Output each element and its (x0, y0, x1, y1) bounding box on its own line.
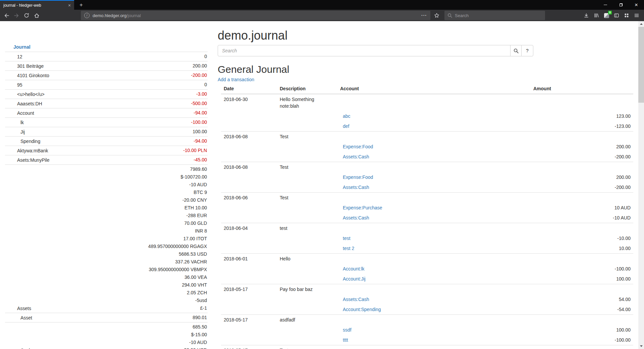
posting-account-cell: Assets:Cash (337, 213, 531, 223)
journal-table-header-row: Date Description Account Amount (221, 84, 633, 94)
search-help-button[interactable]: ? (521, 45, 533, 56)
sidebar-account-link[interactable]: Spending (17, 138, 40, 145)
posting-account-link[interactable]: Expense:Purchase (340, 205, 382, 210)
posting-account-link[interactable]: Assets:Cash (340, 185, 369, 190)
scrollbar-up-arrow[interactable] (638, 21, 644, 27)
sidebar-account-link[interactable]: Assets (17, 305, 31, 312)
balance-amount: 0 (204, 81, 207, 89)
sidebar-account-link[interactable]: Asset (17, 314, 32, 321)
posting-account-link[interactable]: tttt (340, 337, 348, 343)
site-info-icon[interactable]: i (84, 13, 90, 18)
empty-cell (221, 182, 277, 193)
tab-close-icon[interactable]: × (67, 3, 72, 8)
empty-cell (531, 315, 633, 325)
sidebar-account-link[interactable]: Cash (17, 347, 32, 349)
posting-amount: -100.00 (531, 264, 633, 274)
empty-cell (531, 94, 633, 111)
posting-account-link[interactable]: Account:lk (340, 266, 365, 271)
balance-amount: 685.50 (182, 323, 207, 331)
posting-account-link[interactable]: ssdf (340, 327, 352, 333)
window-restore-button[interactable] (613, 0, 629, 10)
sidebar-account-link[interactable]: Account (17, 110, 34, 117)
balance-amount: -45.00 (194, 156, 207, 164)
transaction-row[interactable]: 2018-05-17asdfadf (221, 315, 633, 325)
empty-cell (277, 304, 337, 315)
posting-account-link[interactable]: Account:Spending (340, 307, 381, 312)
balance-amount: 309.950000000000 VBMPX (148, 266, 207, 273)
posting-account-link[interactable]: Expense:Food (340, 174, 373, 180)
back-arrow-icon (4, 13, 9, 18)
url-domain: demo.hledger.org (93, 13, 126, 18)
library-button[interactable] (592, 10, 601, 20)
posting-account-link[interactable]: test (340, 236, 351, 241)
sidebar-account-link[interactable]: lk (17, 119, 24, 126)
back-button[interactable] (1, 10, 11, 20)
sidebar-account-link[interactable]: Asets:MunyPile (17, 157, 49, 164)
transaction-row[interactable]: 2018-06-06Test (221, 193, 633, 203)
transaction-row[interactable]: 2018-06-08Test (221, 132, 633, 142)
bookmark-star-button[interactable] (432, 10, 442, 20)
window-close-button[interactable]: × (629, 0, 644, 10)
sidebar-account-link[interactable]: Jij (17, 129, 25, 136)
journal-search-button[interactable] (510, 45, 522, 56)
column-header-date: Date (221, 84, 277, 94)
empty-cell (221, 203, 277, 213)
sidebar-account-link[interactable]: <u>hello</u> (17, 91, 45, 98)
transaction-row[interactable]: 2018-05-17Pay foo bar baz (221, 284, 633, 295)
url-path: /journal (126, 13, 141, 18)
posting-account-link[interactable]: abc (340, 113, 351, 119)
sidebar-journal-link[interactable]: Journal (13, 44, 31, 50)
empty-cell (277, 111, 337, 121)
page-scrollbar[interactable] (638, 21, 644, 349)
sidebars-button[interactable] (612, 10, 621, 20)
menu-button[interactable] (632, 10, 641, 20)
posting-account-link[interactable]: Assets:Cash (340, 154, 369, 159)
new-tab-button[interactable]: + (77, 1, 85, 9)
page-actions-icon[interactable]: ··· (421, 13, 427, 18)
posting-account-link[interactable]: Assets:Cash (340, 297, 369, 302)
search-icon (447, 13, 452, 18)
posting-account-cell: Account:Jij (337, 274, 531, 284)
posting-account-link[interactable]: Assets:Cash (340, 215, 369, 220)
scrollbar-down-arrow[interactable] (638, 343, 644, 349)
reload-button[interactable] (21, 10, 32, 20)
sidebar-account-link[interactable]: Aaasets:DH (17, 100, 42, 107)
transaction-row[interactable]: 2018-06-01Hello (221, 254, 633, 264)
downloads-button[interactable] (582, 10, 591, 20)
sidebar-account-link[interactable]: 4101 Girokonto (17, 72, 49, 79)
url-bar[interactable]: i demo.hledger.org/journal ··· (81, 11, 430, 20)
transaction-date: 2018-06-30 (221, 94, 277, 111)
posting-amount: -10.00 (531, 233, 633, 243)
browser-tab[interactable]: journal - hledger-web × (0, 0, 74, 10)
window-minimize-button[interactable] (598, 0, 613, 10)
posting-account-link[interactable]: Account:Jij (340, 276, 366, 282)
transaction-row[interactable]: 2018-06-08Test (221, 162, 633, 172)
empty-cell (221, 233, 277, 243)
add-transaction-link[interactable]: Add a transaction (218, 76, 254, 83)
sidebar-account-link[interactable]: 95 (17, 82, 22, 89)
transaction-description: Test (277, 162, 337, 172)
posting-account-link[interactable]: Expense:Food (340, 144, 373, 149)
apps-button[interactable] (622, 10, 631, 20)
account-row: Asset890.01 (5, 313, 208, 322)
sidebar-account-link[interactable]: Aktywa:mBank (17, 147, 48, 154)
posting-account-link[interactable]: def (340, 123, 349, 129)
transaction-row[interactable]: 2018-06-04test (221, 223, 633, 234)
sidebar-account-link[interactable]: 12 (17, 53, 22, 60)
sidebar-account-link[interactable]: 301 Beiträge (17, 63, 44, 70)
transaction-row[interactable]: 2018-05-17Test (221, 345, 633, 349)
transaction-row[interactable]: 2018-06-30Hello Something note:blah (221, 94, 633, 111)
journal-search-input[interactable] (218, 45, 511, 56)
scrollbar-thumb[interactable] (638, 27, 644, 103)
posting-account-link[interactable]: test 2 (340, 246, 354, 251)
library-icon (594, 13, 599, 18)
posting-account-cell: Account:Spending (337, 304, 531, 315)
extension-badge: 0 (608, 11, 612, 14)
forward-button[interactable] (11, 10, 21, 20)
home-button[interactable] (32, 10, 42, 20)
posting-row: ssdf100.00 (221, 325, 633, 335)
empty-cell (277, 243, 337, 254)
adblock-extension-button[interactable]: 0 (602, 10, 611, 20)
browser-search-field[interactable]: Search (444, 11, 545, 20)
transaction-description: Hello Something note:blah (277, 94, 337, 111)
